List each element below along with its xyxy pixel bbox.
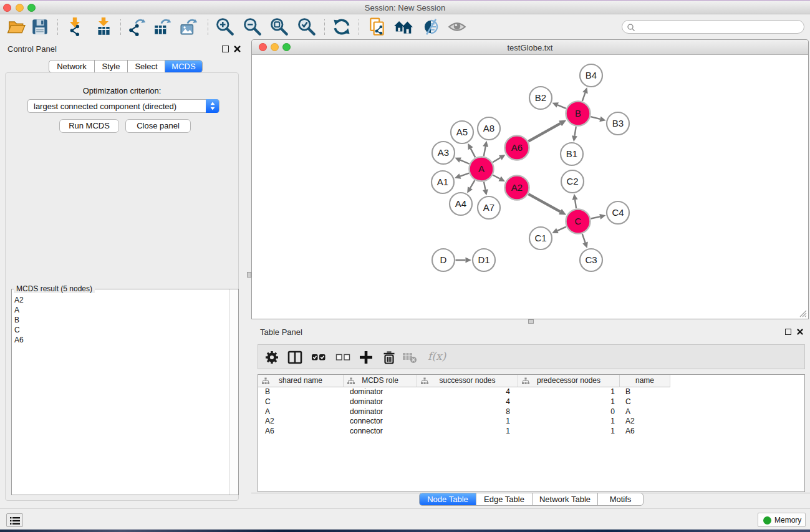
graph-node-D1[interactable]: D1 xyxy=(473,249,495,271)
graph-node-B[interactable]: B xyxy=(566,102,591,126)
control-panel-tab-mcds[interactable]: MCDS xyxy=(165,60,202,72)
graph-edge-A6-B[interactable] xyxy=(528,120,566,142)
control-panel-tab-network[interactable]: Network xyxy=(49,60,95,72)
add-column-icon[interactable] xyxy=(359,350,374,365)
table-row[interactable]: Cdominator41C xyxy=(258,397,804,407)
graph-node-A[interactable]: A xyxy=(470,157,494,181)
column-header-shared-name[interactable]: shared name xyxy=(258,375,344,387)
table-cell[interactable]: connector xyxy=(344,417,417,427)
table-cell[interactable]: 4 xyxy=(417,387,518,397)
mcds-result-item[interactable]: A xyxy=(14,305,24,315)
graph-edge-A-A2[interactable] xyxy=(493,175,505,181)
table-tab-edge-table[interactable]: Edge Table xyxy=(476,493,533,505)
table-cell[interactable]: 1 xyxy=(518,427,620,437)
control-panel-float-icon[interactable] xyxy=(222,46,229,52)
graph-node-C3[interactable]: C3 xyxy=(580,249,602,271)
show-graphics-details-icon[interactable] xyxy=(447,17,467,37)
control-panel-tab-select[interactable]: Select xyxy=(128,60,165,72)
table-cell[interactable]: 1 xyxy=(518,417,620,427)
close-panel-button[interactable]: Close panel xyxy=(125,119,191,133)
table-cell[interactable]: 1 xyxy=(417,417,518,427)
export-table-icon[interactable] xyxy=(153,17,173,37)
table-cell[interactable]: 1 xyxy=(417,427,518,437)
splitter-handle-left[interactable] xyxy=(247,272,251,278)
mcds-result-item[interactable]: A2 xyxy=(14,295,24,305)
graph-node-B4[interactable]: B4 xyxy=(580,64,602,87)
table-cell[interactable]: A xyxy=(258,407,344,417)
gear-icon[interactable] xyxy=(264,350,279,365)
graph-edge-A-A1[interactable] xyxy=(455,173,469,179)
table-cell[interactable]: dominator xyxy=(344,387,417,397)
search-input[interactable] xyxy=(637,21,799,32)
graph-node-B1[interactable]: B1 xyxy=(561,143,583,165)
table-cell[interactable]: A2 xyxy=(258,417,344,427)
graph-edge-C-C4[interactable] xyxy=(591,214,606,220)
column-header-MCDS-role[interactable]: MCDS role xyxy=(344,375,417,387)
table-cell[interactable]: A xyxy=(620,407,670,417)
import-network-icon[interactable] xyxy=(65,17,85,37)
table-cell[interactable]: dominator xyxy=(344,397,417,407)
table-cell[interactable]: connector xyxy=(344,427,417,437)
table-panel-close-icon[interactable] xyxy=(796,328,804,336)
table-cell[interactable]: C xyxy=(258,397,344,407)
graph-edge-C-C1[interactable] xyxy=(552,227,566,233)
search-box[interactable] xyxy=(622,20,804,34)
control-panel-tab-style[interactable]: Style xyxy=(95,60,128,72)
import-table-icon[interactable] xyxy=(94,17,113,37)
task-history-button[interactable] xyxy=(6,513,23,527)
table-cell[interactable]: 8 xyxy=(417,407,518,417)
mcds-result-item[interactable]: C xyxy=(14,325,24,335)
graph-node-C[interactable]: C xyxy=(566,210,591,234)
column-layout-icon[interactable] xyxy=(287,350,302,365)
graph-node-A3[interactable]: A3 xyxy=(432,142,455,164)
graph-edge-B-B2[interactable] xyxy=(552,102,566,109)
table-row[interactable]: Bdominator41B xyxy=(258,387,804,397)
table-panel-float-icon[interactable] xyxy=(785,329,791,335)
export-network-icon[interactable] xyxy=(127,17,147,37)
graph-node-B3[interactable]: B3 xyxy=(607,112,629,135)
splitter-handle-bottom[interactable] xyxy=(528,319,534,324)
zoom-fit-icon[interactable] xyxy=(269,17,289,37)
graph-node-A7[interactable]: A7 xyxy=(478,196,500,219)
graph-edge-A-A3[interactable] xyxy=(455,157,469,163)
table-tab-motifs[interactable]: Motifs xyxy=(598,493,643,505)
graph-edge-A2-C[interactable] xyxy=(528,194,566,215)
graph-edge-B-B1[interactable] xyxy=(572,127,577,142)
function-builder-button[interactable]: f(x) xyxy=(428,350,446,362)
graph-node-C1[interactable]: C1 xyxy=(529,227,552,249)
graph-edge-A-A7[interactable] xyxy=(483,182,488,196)
column-header-predecessor-nodes[interactable]: predecessor nodes xyxy=(518,375,620,387)
graph-node-C4[interactable]: C4 xyxy=(607,201,629,224)
column-header-name[interactable]: name xyxy=(620,375,670,387)
open-session-icon[interactable] xyxy=(6,17,26,37)
table-cell[interactable]: A2 xyxy=(620,417,670,427)
graph-node-A8[interactable]: A8 xyxy=(478,117,500,140)
save-session-icon[interactable] xyxy=(30,17,50,37)
control-panel-close-icon[interactable] xyxy=(233,45,241,53)
zoom-in-icon[interactable] xyxy=(215,17,235,37)
table-cell[interactable]: 1 xyxy=(518,397,620,407)
refresh-layout-icon[interactable] xyxy=(332,17,352,37)
table-cell[interactable]: dominator xyxy=(344,407,417,417)
export-image-icon[interactable] xyxy=(179,17,199,37)
table-cell[interactable]: B xyxy=(258,387,344,397)
memory-button[interactable]: Memory xyxy=(758,513,806,527)
graph-node-A6[interactable]: A6 xyxy=(505,136,529,160)
mcds-result-item[interactable]: A6 xyxy=(14,335,24,345)
graph-node-B2[interactable]: B2 xyxy=(529,87,552,109)
graph-edge-A-A8[interactable] xyxy=(483,141,488,157)
mcds-result-item[interactable]: B xyxy=(14,315,24,325)
graph-node-A2[interactable]: A2 xyxy=(505,176,529,200)
graph-node-A1[interactable]: A1 xyxy=(432,171,454,193)
copy-network-icon[interactable] xyxy=(367,17,387,37)
table-row[interactable]: Adominator80A xyxy=(258,407,804,417)
delete-table-icon[interactable] xyxy=(402,350,417,365)
column-header-successor-nodes[interactable]: successor nodes xyxy=(417,375,518,387)
zoom-selected-icon[interactable] xyxy=(297,17,317,37)
table-cell[interactable]: 4 xyxy=(417,397,518,407)
table-row[interactable]: A6connector11A6 xyxy=(258,427,804,437)
resize-grip-icon[interactable] xyxy=(799,309,807,317)
graph-edge-A-A6[interactable] xyxy=(493,155,506,162)
select-all-check-icon[interactable] xyxy=(311,350,326,365)
hide-graphics-details-icon[interactable] xyxy=(421,17,441,37)
